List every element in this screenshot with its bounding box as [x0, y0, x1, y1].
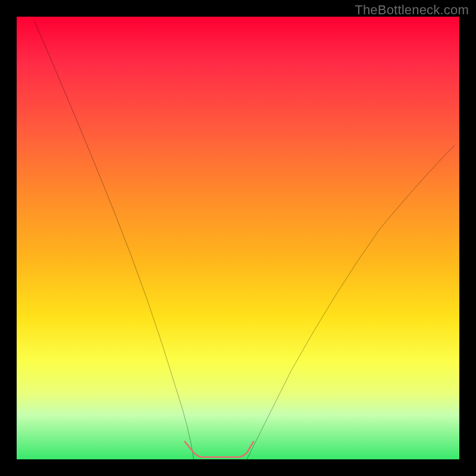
bottom-band	[185, 441, 253, 457]
curves-layer	[17, 17, 459, 459]
watermark-text: TheBottleneck.com	[355, 2, 469, 18]
left-curve	[35, 21, 194, 459]
right-curve	[247, 145, 455, 459]
chart-frame: TheBottleneck.com	[0, 0, 476, 476]
plot-area	[17, 17, 459, 459]
